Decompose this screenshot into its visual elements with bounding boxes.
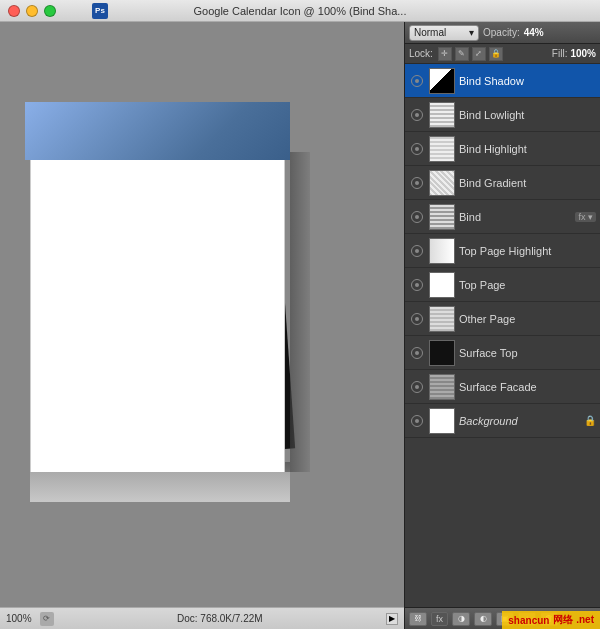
canvas-bottom-bar: 100% ⟳ Doc: 768.0K/7.22M ▶ <box>0 607 404 629</box>
layer-row-bind-gradient[interactable]: Bind Gradient <box>405 166 600 200</box>
visibility-icon-other-page[interactable] <box>409 311 425 327</box>
layer-row-bind-shadow[interactable]: Bind Shadow <box>405 64 600 98</box>
layer-row-surface-top[interactable]: Surface Top <box>405 336 600 370</box>
layers-panel: Normal ▾ Opacity: 44% Lock: ✛ ✎ ⤢ 🔒 Fill… <box>404 22 600 629</box>
watermark-text: shancun <box>508 615 549 626</box>
layer-thumb-surface-top <box>429 340 455 366</box>
canvas-area: 100% ⟳ Doc: 768.0K/7.22M ▶ <box>0 22 404 629</box>
close-button[interactable] <box>8 5 20 17</box>
layer-thumb-surface-facade <box>429 374 455 400</box>
layer-thumb-top-page <box>429 272 455 298</box>
visibility-icon-top-page[interactable] <box>409 277 425 293</box>
fx-button[interactable]: fx <box>431 612 448 626</box>
layer-name-bind: Bind <box>459 211 571 223</box>
layer-thumb-other-page <box>429 306 455 332</box>
canvas-arrow-button[interactable]: ▶ <box>386 613 398 625</box>
layer-name-bind-shadow: Bind Shadow <box>459 75 596 87</box>
lock-label: Lock: <box>409 48 433 59</box>
window-title: Google Calendar Icon @ 100% (Bind Sha... <box>194 5 407 17</box>
visibility-icon-background[interactable] <box>409 413 425 429</box>
lock-position-icon[interactable]: ✛ <box>438 47 452 61</box>
fill-label: Fill: <box>552 48 568 59</box>
doc-info: Doc: 768.0K/7.22M <box>62 613 378 624</box>
layer-name-surface-top: Surface Top <box>459 347 596 359</box>
canvas-icon-1[interactable]: ⟳ <box>40 612 54 626</box>
fx-badge-bind: fx ▾ <box>575 212 596 222</box>
visibility-icon-bind-shadow[interactable] <box>409 73 425 89</box>
layer-row-top-page[interactable]: Top Page <box>405 268 600 302</box>
layers-list: Bind ShadowBind LowlightBind HighlightBi… <box>405 64 600 607</box>
layer-thumb-bind-gradient <box>429 170 455 196</box>
layer-row-top-page-highlight[interactable]: Top Page Highlight <box>405 234 600 268</box>
layer-lock-icon-background: 🔒 <box>584 415 596 426</box>
layer-thumb-bind-shadow <box>429 68 455 94</box>
visibility-icon-bind-lowlight[interactable] <box>409 107 425 123</box>
layers-topbar: Normal ▾ Opacity: 44% <box>405 22 600 44</box>
visibility-icon-surface-top[interactable] <box>409 345 425 361</box>
minimize-button[interactable] <box>26 5 38 17</box>
ps-logo-icon: Ps <box>92 3 108 19</box>
opacity-label: Opacity: <box>483 27 520 38</box>
layer-name-bind-lowlight: Bind Lowlight <box>459 109 596 121</box>
layer-name-top-page-highlight: Top Page Highlight <box>459 245 596 257</box>
zoom-level: 100% <box>6 613 32 624</box>
visibility-icon-surface-facade[interactable] <box>409 379 425 395</box>
visibility-icon-bind-highlight[interactable] <box>409 141 425 157</box>
visibility-icon-bind-gradient[interactable] <box>409 175 425 191</box>
layer-name-background: Background <box>459 415 580 427</box>
layer-thumb-top-page-highlight <box>429 238 455 264</box>
main-layout: 100% ⟳ Doc: 768.0K/7.22M ▶ Normal ▾ Opac… <box>0 22 600 629</box>
blend-mode-select[interactable]: Normal ▾ <box>409 25 479 41</box>
layer-row-surface-facade[interactable]: Surface Facade <box>405 370 600 404</box>
mask-button[interactable]: ◑ <box>452 612 470 626</box>
layer-name-bind-gradient: Bind Gradient <box>459 177 596 189</box>
visibility-icon-bind[interactable] <box>409 209 425 225</box>
layer-name-other-page: Other Page <box>459 313 596 325</box>
layer-thumb-bind <box>429 204 455 230</box>
layer-name-surface-facade: Surface Facade <box>459 381 596 393</box>
lock-move-icon[interactable]: ⤢ <box>472 47 486 61</box>
canvas-content <box>0 22 404 607</box>
layer-thumb-bind-highlight <box>429 136 455 162</box>
fill-value: 100% <box>570 48 596 59</box>
layer-row-background[interactable]: Background🔒 <box>405 404 600 438</box>
layer-row-bind-lowlight[interactable]: Bind Lowlight <box>405 98 600 132</box>
lock-all-icon[interactable]: 🔒 <box>489 47 503 61</box>
layer-thumb-background <box>429 408 455 434</box>
title-bar: Ps Google Calendar Icon @ 100% (Bind Sha… <box>0 0 600 22</box>
lock-paint-icon[interactable]: ✎ <box>455 47 469 61</box>
watermark-suffix: 网络 .net <box>553 613 594 627</box>
opacity-value: 44% <box>524 27 544 38</box>
maximize-button[interactable] <box>44 5 56 17</box>
layer-name-top-page: Top Page <box>459 279 596 291</box>
lock-bar: Lock: ✛ ✎ ⤢ 🔒 Fill: 100% <box>405 44 600 64</box>
watermark: shancun 网络 .net <box>502 611 600 629</box>
link-layers-button[interactable]: ⛓ <box>409 612 427 626</box>
visibility-icon-top-page-highlight[interactable] <box>409 243 425 259</box>
layer-row-bind[interactable]: Bindfx ▾ <box>405 200 600 234</box>
layer-row-bind-highlight[interactable]: Bind Highlight <box>405 132 600 166</box>
layer-name-bind-highlight: Bind Highlight <box>459 143 596 155</box>
layer-row-other-page[interactable]: Other Page <box>405 302 600 336</box>
layer-thumb-bind-lowlight <box>429 102 455 128</box>
adjustment-button[interactable]: ◐ <box>474 612 492 626</box>
